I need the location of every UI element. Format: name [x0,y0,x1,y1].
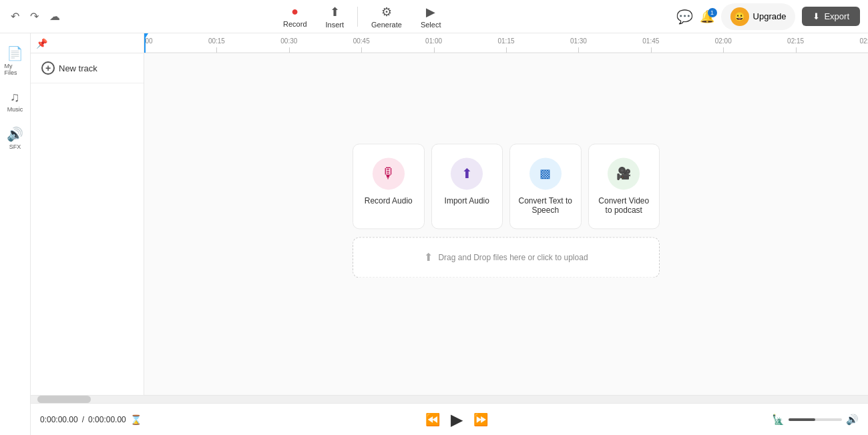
left-sidebar: 📄 My Files ♫ Music 🔊 SFX [0,33,31,435]
generate-tool-button[interactable]: ⚙ Generate [363,2,410,31]
import-audio-card[interactable]: ⬆ Import Audio [431,143,503,229]
current-time: 0:00:00.00 [40,415,78,424]
undo-button[interactable]: ↶ [8,7,22,25]
insert-icon: ⬆ [330,5,340,19]
rewind-button[interactable]: ⏪ [425,412,440,427]
import-audio-label: Import Audio [445,196,489,205]
track-content-area: + New track 🎙 Record Audio [31,53,868,395]
select-icon: ▶ [426,5,435,19]
tts-label: Convert Text to Speech [517,196,574,215]
ruler-mark: 01:30 [570,37,587,45]
plus-circle-icon: + [41,61,55,75]
track-header-spacer: 📌 [31,33,144,53]
drop-zone[interactable]: ⬆ Drag and Drop files here or click to u… [353,237,660,278]
drop-zone-label: Drag and Drop files here or click to upl… [438,253,588,262]
ruler-mark: 01:15 [497,37,514,45]
main-area: 📄 My Files ♫ Music 🔊 SFX 📌 00: [0,33,868,435]
files-icon: 📄 [7,45,23,61]
center-action-area: 🎙 Record Audio ⬆ Import Audio ▩ Convert … [353,143,660,278]
generate-icon: ⚙ [381,5,392,19]
volume-slider[interactable] [789,418,842,421]
record-audio-label: Record Audio [365,196,413,205]
import-audio-icon: ⬆ [451,157,483,189]
horizontal-scrollbar[interactable] [31,395,868,403]
ruler-mark: 01:45 [642,37,659,45]
sidebar-item-music[interactable]: ♫ Music [2,84,29,118]
time-display: 0:00:00.00 / 0:00:00.00 ⌛ [40,414,142,425]
fast-forward-button[interactable]: ⏩ [473,412,488,427]
insert-tool-button[interactable]: ⬆ Insert [318,2,353,31]
sidebar-item-files[interactable]: 📄 My Files [2,40,29,81]
notification-button[interactable]: 🔔 1 [700,9,714,24]
sidebar-files-label: My Files [5,63,26,76]
export-label: Export [824,11,849,21]
volume-up-button[interactable]: 🔊 [846,414,859,426]
new-track-label: New track [59,63,97,73]
time-separator: / [82,415,84,424]
upgrade-button[interactable]: 😀 Upgrade [721,3,796,30]
export-button[interactable]: ⬇ Export [802,7,860,26]
sidebar-sfx-label: SFX [9,143,21,150]
generate-label: Generate [371,21,402,29]
ruler-mark: 00:15 [208,37,225,45]
upgrade-label: Upgrade [753,11,787,21]
video-podcast-label: Convert Video to podcast [596,196,653,215]
text-to-speech-card[interactable]: ▩ Convert Text to Speech [509,143,582,229]
track-list-panel: + New track [31,53,144,395]
playback-controls: ⏪ ▶ ⏩ [142,410,772,429]
upload-icon: ⬆ [424,251,433,264]
select-label: Select [421,21,441,29]
sidebar-item-sfx[interactable]: 🔊 SFX [2,121,29,155]
topbar-nav: ↶ ↷ ☁ [8,7,48,25]
ruler-mark: 02:30 [859,37,868,45]
select-tool-button[interactable]: ▶ Select [413,2,449,31]
avatar: 😀 [730,7,749,26]
play-button[interactable]: ▶ [451,410,463,429]
insert-label: Insert [326,21,345,29]
bottombar: 0:00:00.00 / 0:00:00.00 ⌛ ⏪ ▶ ⏩ 🗽 🔊 [31,403,868,435]
ruler-mark: 00:45 [353,37,370,45]
video-to-podcast-card[interactable]: 🎥 Convert Video to podcast [588,143,660,229]
ruler-mark: 02:00 [715,37,732,45]
toolbar-divider [357,7,358,27]
ruler-row: 📌 00:0000:1500:3000:4501:0001:1501:3001:… [31,33,868,53]
record-label: Record [283,20,306,28]
scrollbar-thumb[interactable] [37,396,91,403]
track-list-header: + New track [31,53,144,83]
playhead-head [144,33,148,39]
chat-button[interactable]: 💬 [676,9,693,25]
record-tool-button[interactable]: ● Record [275,2,314,31]
ruler-mark: 02:15 [787,37,804,45]
tts-icon: ▩ [529,157,562,189]
music-icon: ♫ [10,89,20,105]
sidebar-music-label: Music [7,106,23,113]
sfx-icon: 🔊 [7,126,23,142]
playhead-marker [144,33,146,53]
ruler-mark: 01:00 [425,37,442,45]
notification-badge: 1 [708,8,717,17]
new-track-button[interactable]: + New track [37,59,137,77]
export-icon: ⬇ [813,11,820,21]
action-cards-row: 🎙 Record Audio ⬆ Import Audio ▩ Convert … [353,143,660,229]
timeline-content: 🎙 Record Audio ⬆ Import Audio ▩ Convert … [144,53,868,395]
pin-icon: 📌 [36,38,47,49]
record-audio-card[interactable]: 🎙 Record Audio [353,143,425,229]
topbar-right: 💬 🔔 1 😀 Upgrade ⬇ Export [676,3,860,30]
timeline-ruler: 00:0000:1500:3000:4501:0001:1501:3001:45… [144,33,868,53]
record-icon: ● [291,5,298,19]
video-podcast-icon: 🎥 [608,157,640,189]
volume-area: 🗽 🔊 [772,414,859,426]
ruler-mark: 00:30 [280,37,297,45]
redo-button[interactable]: ↷ [27,7,41,25]
total-time: 0:00:00.00 [88,415,126,424]
volume-down-button[interactable]: 🗽 [772,414,785,426]
ruler-labels: 00:0000:1500:3000:4501:0001:1501:3001:45… [144,33,868,53]
toolbar-center: ● Record ⬆ Insert ⚙ Generate ▶ Select [48,2,676,31]
topbar: ↶ ↷ ☁ ● Record ⬆ Insert ⚙ Generate ▶ Sel… [0,0,868,33]
record-audio-icon: 🎙 [373,157,405,189]
editor-area: 📌 00:0000:1500:3000:4501:0001:1501:3001:… [31,33,868,435]
volume-fill [789,418,815,421]
clock-icon: ⌛ [130,414,142,425]
